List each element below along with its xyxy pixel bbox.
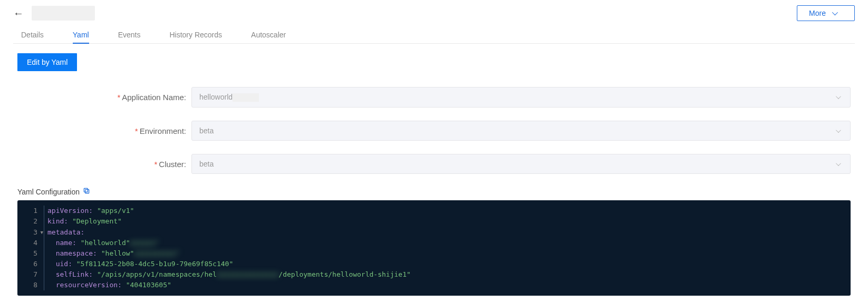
tabs: Details Yaml Events History Records Auto…	[13, 26, 855, 44]
cluster-value: beta	[199, 160, 214, 168]
gutter-line: 2	[17, 216, 44, 227]
fold-icon[interactable]: ▼	[41, 229, 43, 237]
yaml-configuration-heading: Yaml Configuration	[17, 188, 80, 196]
gutter-line: 5	[17, 248, 44, 259]
gutter-line: 3▼	[17, 227, 44, 238]
environment-value: beta	[199, 126, 214, 135]
svg-rect-0	[85, 190, 89, 193]
environment-label: *Environment:	[17, 126, 191, 135]
application-name-select[interactable]: helloworld	[191, 87, 851, 108]
page-title-redacted	[32, 6, 95, 21]
more-button-label: More	[809, 9, 826, 17]
chevron-down-icon	[832, 9, 838, 15]
svg-rect-1	[84, 189, 88, 192]
gutter-line: 6	[17, 259, 44, 269]
application-name-label: *Application Name:	[17, 93, 191, 102]
yaml-editor[interactable]: 1apiVersion: "apps/v1" 2kind: "Deploymen…	[17, 200, 851, 296]
cluster-select[interactable]: beta	[191, 154, 851, 174]
back-arrow-icon[interactable]: ←	[13, 7, 24, 20]
cluster-label: *Cluster:	[17, 160, 191, 169]
gutter-line: 1	[17, 206, 44, 216]
redacted-text	[233, 93, 259, 102]
chevron-down-icon	[836, 161, 841, 166]
gutter-line: 4	[17, 238, 44, 248]
application-name-value: helloworld	[199, 93, 233, 101]
tab-autoscaler[interactable]: Autoscaler	[251, 26, 286, 43]
tab-yaml[interactable]: Yaml	[73, 26, 89, 43]
gutter-line: 7	[17, 269, 44, 280]
gutter-line: 8	[17, 280, 44, 290]
more-button[interactable]: More	[797, 5, 855, 21]
tab-events[interactable]: Events	[118, 26, 141, 43]
tab-history-records[interactable]: History Records	[169, 26, 222, 43]
edit-by-yaml-button[interactable]: Edit by Yaml	[17, 53, 77, 71]
copy-icon[interactable]	[83, 187, 90, 196]
chevron-down-icon	[836, 94, 841, 99]
tab-details[interactable]: Details	[21, 26, 44, 43]
environment-select[interactable]: beta	[191, 121, 851, 141]
chevron-down-icon	[836, 128, 841, 133]
